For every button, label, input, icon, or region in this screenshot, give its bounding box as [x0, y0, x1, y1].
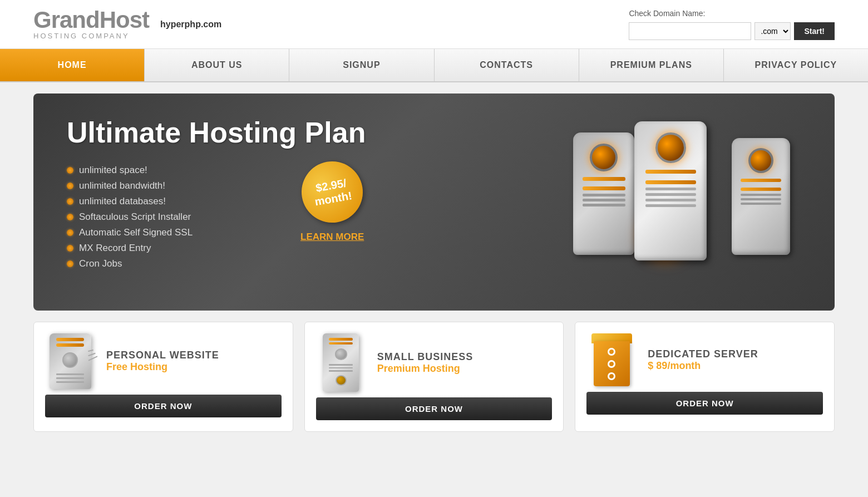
tower-stripe1: [56, 338, 84, 341]
card3-title: DEDICATED SERVER: [648, 348, 823, 360]
bullet-icon: [67, 198, 73, 205]
dedicated-icon-area: [586, 333, 637, 386]
business-icon-area: [316, 333, 366, 392]
domain-check-label: Check Domain Name:: [629, 9, 705, 18]
vent4-icon: [645, 188, 696, 190]
bullet-icon: [67, 214, 73, 220]
card1-subtitle: Free Hosting: [106, 361, 282, 373]
nav-item-about[interactable]: ABOUT US: [145, 49, 289, 81]
tower2-stripe1: [329, 338, 352, 341]
server-front-center: [634, 121, 707, 260]
card1-text: PERSONAL WEBSITE Free Hosting: [106, 350, 282, 373]
nav-item-privacy[interactable]: PRIVACY POLICY: [724, 49, 868, 81]
card2-title: SMALL BUSINESS: [377, 351, 553, 363]
main-nav: HOME ABOUT US SIGNUP CONTACTS PREMIUM PL…: [0, 49, 868, 82]
nav-item-home[interactable]: HOME: [0, 49, 145, 81]
card3-text: DEDICATED SERVER $ 89/month: [648, 348, 823, 372]
card-business: SMALL BUSINESS Premium Hosting ORDER NOW: [304, 322, 564, 432]
card-personal-inner: PERSONAL WEBSITE Free Hosting: [45, 333, 282, 389]
card1-title: PERSONAL WEBSITE: [106, 350, 282, 361]
order-btn-business[interactable]: ORDER NOW: [316, 397, 553, 420]
binder-body: [594, 341, 630, 386]
tower-slot3: [56, 381, 84, 383]
logo-sub: HOSTING COMPANY: [33, 32, 149, 40]
tower-circle: [62, 352, 78, 368]
tower2-circle2: [336, 375, 347, 386]
bullet-icon: [67, 229, 73, 236]
order-btn-personal[interactable]: ORDER NOW: [45, 395, 282, 417]
tower2-stripe2: [329, 342, 352, 345]
eye2-icon: [655, 132, 686, 163]
tower2-circle: [335, 348, 347, 360]
nav-item-premium[interactable]: PREMIUM PLANS: [579, 49, 724, 81]
vent6-icon: [645, 199, 696, 201]
tower2-slot1: [329, 364, 352, 366]
nav-item-signup[interactable]: SIGNUP: [289, 49, 434, 81]
logo-text: GrandHost HOSTING COMPANY: [33, 8, 149, 40]
binder-ring1: [608, 348, 615, 356]
cards-row: PERSONAL WEBSITE Free Hosting ORDER NOW: [33, 322, 835, 432]
logo-area: GrandHost HOSTING COMPANY hyperphp.com: [33, 8, 221, 40]
personal-icon-area: [45, 333, 95, 389]
tower-stripe2: [56, 343, 84, 347]
logo-domain: hyperphp.com: [160, 19, 221, 29]
card2-text: SMALL BUSINESS Premium Hosting: [377, 351, 553, 375]
domain-input[interactable]: [629, 22, 751, 40]
header: GrandHost HOSTING COMPANY hyperphp.com C…: [0, 0, 868, 49]
bullet-icon: [67, 167, 73, 174]
binder-ring2: [608, 360, 615, 368]
vent7-icon: [645, 204, 696, 207]
order-btn-dedicated[interactable]: ORDER NOW: [586, 392, 823, 415]
vent5-icon: [645, 193, 696, 196]
tower2-slot3: [329, 370, 352, 372]
card-dedicated-inner: DEDICATED SERVER $ 89/month: [586, 333, 823, 386]
domain-check: Check Domain Name: .com .net .org .info …: [629, 9, 835, 40]
tower-slot1: [56, 373, 84, 375]
card-personal: PERSONAL WEBSITE Free Hosting ORDER NOW: [33, 322, 293, 432]
wifi-lines: [88, 350, 98, 359]
wifi-line1: [87, 350, 93, 352]
bullet-icon: [67, 183, 73, 189]
card-dedicated: DEDICATED SERVER $ 89/month ORDER NOW: [575, 322, 835, 432]
start-button[interactable]: Start!: [794, 22, 835, 40]
stripe3-icon: [645, 170, 696, 174]
binder-ring3: [608, 372, 615, 380]
hero-banner: Ultimate Hosting Plan unlimited space! u…: [33, 94, 835, 311]
wifi-line2: [88, 353, 96, 357]
domain-check-row: .com .net .org .info .biz Start!: [629, 22, 835, 40]
wifi-line3: [88, 356, 97, 361]
tower2-slot2: [329, 367, 352, 369]
logo-main: GrandHost: [33, 8, 149, 32]
card2-subtitle: Premium Hosting: [377, 363, 553, 375]
tower-icon: [50, 333, 91, 389]
tower2-icon: [323, 333, 359, 392]
binder-wrapper: [594, 333, 630, 386]
card3-subtitle: $ 89/month: [648, 360, 823, 372]
card-business-inner: SMALL BUSINESS Premium Hosting: [316, 333, 553, 392]
stripe4-icon: [645, 180, 696, 184]
bullet-icon: [67, 260, 73, 267]
tower-slot2: [56, 377, 84, 379]
nav-item-contacts[interactable]: CONTACTS: [435, 49, 579, 81]
domain-select[interactable]: .com .net .org .info .biz: [754, 22, 791, 40]
bullet-icon: [67, 245, 73, 252]
